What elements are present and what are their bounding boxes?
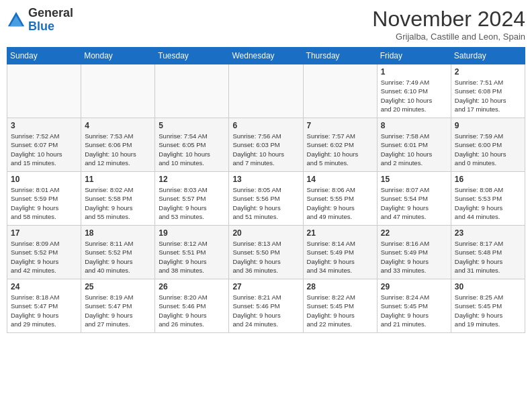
logo-blue-text: Blue bbox=[28, 19, 54, 33]
day-info: Sunrise: 8:08 AM Sunset: 5:53 PM Dayligh… bbox=[455, 185, 521, 221]
day-info: Sunrise: 8:16 AM Sunset: 5:49 PM Dayligh… bbox=[381, 239, 447, 275]
day-info: Sunrise: 8:22 AM Sunset: 5:45 PM Dayligh… bbox=[307, 293, 373, 328]
calendar-week-row: 3Sunrise: 7:52 AM Sunset: 6:07 PM Daylig… bbox=[7, 118, 525, 172]
calendar-cell: 13Sunrise: 8:05 AM Sunset: 5:56 PM Dayli… bbox=[229, 172, 303, 226]
day-number: 22 bbox=[381, 228, 447, 238]
calendar-cell: 15Sunrise: 8:07 AM Sunset: 5:54 PM Dayli… bbox=[377, 172, 451, 226]
day-info: Sunrise: 8:19 AM Sunset: 5:47 PM Dayligh… bbox=[85, 293, 151, 328]
day-info: Sunrise: 8:20 AM Sunset: 5:46 PM Dayligh… bbox=[159, 293, 225, 328]
calendar-cell bbox=[81, 64, 155, 118]
calendar-cell bbox=[155, 64, 229, 118]
calendar-cell: 27Sunrise: 8:21 AM Sunset: 5:46 PM Dayli… bbox=[229, 279, 303, 333]
calendar-cell bbox=[303, 64, 377, 118]
calendar-cell: 18Sunrise: 8:11 AM Sunset: 5:52 PM Dayli… bbox=[81, 226, 155, 279]
day-info: Sunrise: 8:11 AM Sunset: 5:52 PM Dayligh… bbox=[85, 239, 151, 275]
calendar-cell: 10Sunrise: 8:01 AM Sunset: 5:59 PM Dayli… bbox=[7, 172, 81, 226]
month-title: November 2024 bbox=[372, 7, 525, 32]
day-header-monday: Monday bbox=[81, 48, 155, 64]
logo: General Blue bbox=[7, 7, 73, 34]
page-header: General Blue November 2024 Grijalba, Cas… bbox=[7, 7, 525, 42]
day-info: Sunrise: 8:13 AM Sunset: 5:50 PM Dayligh… bbox=[232, 239, 299, 275]
calendar-cell: 21Sunrise: 8:14 AM Sunset: 5:49 PM Dayli… bbox=[303, 226, 377, 279]
day-info: Sunrise: 8:09 AM Sunset: 5:52 PM Dayligh… bbox=[11, 239, 77, 275]
day-header-friday: Friday bbox=[377, 48, 451, 64]
logo-general-text: General bbox=[28, 6, 73, 19]
day-number: 18 bbox=[85, 228, 151, 238]
calendar-cell: 1Sunrise: 7:49 AM Sunset: 6:10 PM Daylig… bbox=[377, 64, 451, 118]
calendar-table: SundayMondayTuesdayWednesdayThursdayFrid… bbox=[7, 47, 525, 333]
calendar-cell: 2Sunrise: 7:51 AM Sunset: 6:08 PM Daylig… bbox=[451, 64, 525, 118]
calendar-cell: 30Sunrise: 8:25 AM Sunset: 5:45 PM Dayli… bbox=[451, 279, 525, 333]
calendar-cell: 24Sunrise: 8:18 AM Sunset: 5:47 PM Dayli… bbox=[7, 279, 81, 333]
calendar-header-row: SundayMondayTuesdayWednesdayThursdayFrid… bbox=[7, 48, 525, 64]
day-number: 27 bbox=[232, 282, 299, 291]
day-number: 17 bbox=[11, 228, 77, 238]
day-number: 24 bbox=[11, 282, 77, 291]
day-info: Sunrise: 7:57 AM Sunset: 6:02 PM Dayligh… bbox=[307, 132, 373, 167]
day-number: 20 bbox=[232, 228, 299, 238]
day-number: 11 bbox=[85, 175, 151, 184]
day-info: Sunrise: 8:21 AM Sunset: 5:46 PM Dayligh… bbox=[232, 293, 299, 328]
calendar-cell: 5Sunrise: 7:54 AM Sunset: 6:05 PM Daylig… bbox=[155, 118, 229, 172]
title-block: November 2024 Grijalba, Castille and Leo… bbox=[372, 7, 525, 42]
day-number: 28 bbox=[307, 282, 373, 291]
calendar-cell: 17Sunrise: 8:09 AM Sunset: 5:52 PM Dayli… bbox=[7, 226, 81, 279]
day-info: Sunrise: 7:54 AM Sunset: 6:05 PM Dayligh… bbox=[159, 132, 225, 167]
day-number: 13 bbox=[232, 175, 299, 184]
day-info: Sunrise: 7:53 AM Sunset: 6:06 PM Dayligh… bbox=[85, 132, 151, 167]
day-info: Sunrise: 7:52 AM Sunset: 6:07 PM Dayligh… bbox=[11, 132, 77, 167]
calendar-cell: 28Sunrise: 8:22 AM Sunset: 5:45 PM Dayli… bbox=[303, 279, 377, 333]
calendar-week-row: 1Sunrise: 7:49 AM Sunset: 6:10 PM Daylig… bbox=[7, 64, 525, 118]
day-number: 30 bbox=[455, 282, 521, 291]
day-number: 9 bbox=[455, 121, 521, 130]
day-header-tuesday: Tuesday bbox=[155, 48, 229, 64]
day-header-thursday: Thursday bbox=[303, 48, 377, 64]
day-number: 26 bbox=[159, 282, 225, 291]
day-info: Sunrise: 7:59 AM Sunset: 6:00 PM Dayligh… bbox=[455, 132, 521, 167]
day-info: Sunrise: 8:18 AM Sunset: 5:47 PM Dayligh… bbox=[11, 293, 77, 328]
location-subtitle: Grijalba, Castille and Leon, Spain bbox=[372, 32, 525, 42]
calendar-cell: 11Sunrise: 8:02 AM Sunset: 5:58 PM Dayli… bbox=[81, 172, 155, 226]
day-header-saturday: Saturday bbox=[451, 48, 525, 64]
day-info: Sunrise: 8:05 AM Sunset: 5:56 PM Dayligh… bbox=[232, 185, 299, 221]
calendar-cell: 6Sunrise: 7:56 AM Sunset: 6:03 PM Daylig… bbox=[229, 118, 303, 172]
calendar-cell: 16Sunrise: 8:08 AM Sunset: 5:53 PM Dayli… bbox=[451, 172, 525, 226]
day-number: 19 bbox=[159, 228, 225, 238]
day-number: 3 bbox=[11, 121, 77, 130]
calendar-cell: 29Sunrise: 8:24 AM Sunset: 5:45 PM Dayli… bbox=[377, 279, 451, 333]
calendar-cell bbox=[229, 64, 303, 118]
day-number: 16 bbox=[455, 175, 521, 184]
calendar-week-row: 17Sunrise: 8:09 AM Sunset: 5:52 PM Dayli… bbox=[7, 226, 525, 279]
day-info: Sunrise: 8:07 AM Sunset: 5:54 PM Dayligh… bbox=[381, 185, 447, 221]
calendar-cell: 19Sunrise: 8:12 AM Sunset: 5:51 PM Dayli… bbox=[155, 226, 229, 279]
calendar-cell: 26Sunrise: 8:20 AM Sunset: 5:46 PM Dayli… bbox=[155, 279, 229, 333]
day-number: 1 bbox=[381, 67, 447, 77]
day-info: Sunrise: 8:14 AM Sunset: 5:49 PM Dayligh… bbox=[307, 239, 373, 275]
day-info: Sunrise: 8:06 AM Sunset: 5:55 PM Dayligh… bbox=[307, 185, 373, 221]
day-number: 6 bbox=[232, 121, 299, 130]
day-info: Sunrise: 7:49 AM Sunset: 6:10 PM Dayligh… bbox=[381, 78, 447, 113]
day-number: 14 bbox=[307, 175, 373, 184]
day-number: 8 bbox=[381, 121, 447, 130]
calendar-cell: 8Sunrise: 7:58 AM Sunset: 6:01 PM Daylig… bbox=[377, 118, 451, 172]
day-number: 7 bbox=[307, 121, 373, 130]
calendar-cell: 20Sunrise: 8:13 AM Sunset: 5:50 PM Dayli… bbox=[229, 226, 303, 279]
day-header-sunday: Sunday bbox=[7, 48, 81, 64]
day-info: Sunrise: 8:25 AM Sunset: 5:45 PM Dayligh… bbox=[455, 293, 521, 328]
calendar-cell bbox=[7, 64, 81, 118]
calendar-cell: 25Sunrise: 8:19 AM Sunset: 5:47 PM Dayli… bbox=[81, 279, 155, 333]
day-number: 15 bbox=[381, 175, 447, 184]
day-number: 29 bbox=[381, 282, 447, 291]
calendar-week-row: 24Sunrise: 8:18 AM Sunset: 5:47 PM Dayli… bbox=[7, 279, 525, 333]
day-number: 4 bbox=[85, 121, 151, 130]
logo-icon bbox=[7, 11, 26, 30]
calendar-cell: 14Sunrise: 8:06 AM Sunset: 5:55 PM Dayli… bbox=[303, 172, 377, 226]
day-info: Sunrise: 8:01 AM Sunset: 5:59 PM Dayligh… bbox=[11, 185, 77, 221]
day-info: Sunrise: 8:12 AM Sunset: 5:51 PM Dayligh… bbox=[159, 239, 225, 275]
calendar-cell: 3Sunrise: 7:52 AM Sunset: 6:07 PM Daylig… bbox=[7, 118, 81, 172]
day-info: Sunrise: 8:17 AM Sunset: 5:48 PM Dayligh… bbox=[455, 239, 521, 275]
calendar-cell: 12Sunrise: 8:03 AM Sunset: 5:57 PM Dayli… bbox=[155, 172, 229, 226]
calendar-cell: 9Sunrise: 7:59 AM Sunset: 6:00 PM Daylig… bbox=[451, 118, 525, 172]
day-number: 25 bbox=[85, 282, 151, 291]
calendar-cell: 22Sunrise: 8:16 AM Sunset: 5:49 PM Dayli… bbox=[377, 226, 451, 279]
